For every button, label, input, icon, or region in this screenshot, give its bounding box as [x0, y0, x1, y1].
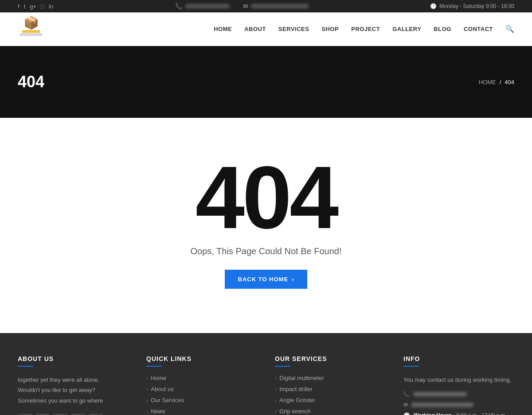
footer-phone-row: 📞 — [403, 391, 514, 397]
footer-email-icon: ✉ — [403, 402, 408, 408]
footer-service-impact[interactable]: Impact driller — [275, 386, 386, 392]
twitter-icon[interactable]: t — [24, 3, 26, 10]
nav-shop[interactable]: SHOP — [321, 26, 339, 32]
footer-about-text: together yet they were all alone. Wouldn… — [18, 375, 129, 406]
breadcrumb-home[interactable]: HOME — [479, 79, 496, 85]
hero-banner: 404 HOME / 404 — [0, 46, 532, 118]
back-btn-label: BACK TO HOME — [238, 276, 289, 283]
breadcrumb: HOME / 404 — [479, 79, 514, 85]
facebook-icon[interactable]: f — [18, 3, 20, 10]
working-hours: Monday - Saturday 9:00 - 18:00 — [439, 3, 514, 9]
nav-gallery[interactable]: GALLERY — [392, 26, 421, 32]
footer-phone-icon: 📞 — [403, 391, 410, 397]
error-number: 404 — [18, 153, 514, 242]
footer-hours-label: Working Hours — [414, 412, 452, 415]
footer-clock-icon: 🕐 — [403, 412, 410, 415]
hero-title: 404 — [18, 73, 44, 91]
footer-link-home[interactable]: Home — [146, 375, 257, 381]
search-icon[interactable]: 🔍 — [505, 25, 514, 33]
top-bar: f t g+ □ in 📞 ✉ 🕐 Monday - Saturday 9:00… — [0, 0, 532, 12]
footer-link-about[interactable]: About us — [146, 386, 257, 392]
clock-icon: 🕐 — [430, 3, 437, 9]
footer-info-title: INFO — [403, 355, 514, 362]
breadcrumb-separator: / — [500, 79, 501, 85]
phone-number-blurred — [185, 4, 230, 8]
footer-hours-row: 🕐 Working Hours : 8:00 a.m - 17:00 a.m — [403, 412, 514, 415]
footer-about-title: ABOUT US — [18, 355, 129, 362]
nav-project[interactable]: PROJECT — [351, 26, 380, 32]
footer-email-row: ✉ — [403, 402, 514, 408]
email-icon: ✉ — [243, 3, 248, 10]
footer-hours-value: : 8:00 a.m - 17:00 a.m — [453, 412, 505, 415]
breadcrumb-current: 404 — [505, 79, 514, 85]
footer-services: OUR SERVICES Digital multimeter Impact d… — [275, 355, 386, 415]
email-address-blurred — [251, 4, 309, 8]
footer-quick-links: QUICK LINKS Home About us Our Services N… — [146, 355, 257, 415]
email-info: ✉ — [243, 3, 309, 10]
nav-services[interactable]: SERVICES — [278, 26, 309, 32]
contact-info: 📞 ✉ — [175, 3, 309, 10]
main-nav: HOME ABOUT SERVICES SHOP PROJECT GALLERY… — [214, 25, 514, 33]
logo-image: 📦 — [18, 17, 44, 41]
camera-icon[interactable]: □ — [41, 3, 44, 10]
footer-quick-links-title: QUICK LINKS — [146, 355, 257, 362]
social-icons[interactable]: f t g+ □ in — [18, 3, 53, 10]
hours-info: 🕐 Monday - Saturday 9:00 - 18:00 — [430, 3, 514, 9]
footer-service-angle[interactable]: Angle Grinder — [275, 397, 386, 403]
nav-home[interactable]: HOME — [214, 26, 232, 32]
footer-grid: ABOUT US together yet they were all alon… — [18, 355, 514, 415]
footer-services-underline — [275, 366, 290, 367]
linkedin-icon[interactable]: in — [49, 3, 53, 10]
footer-links-underline — [146, 366, 162, 367]
footer-about: ABOUT US together yet they were all alon… — [18, 355, 129, 415]
logo[interactable]: 📦 — [18, 17, 44, 41]
google-plus-icon[interactable]: g+ — [30, 3, 36, 10]
phone-icon: 📞 — [175, 3, 183, 10]
nav-about[interactable]: ABOUT — [244, 26, 266, 32]
back-btn-arrow: › — [292, 276, 294, 283]
footer: ABOUT US together yet they were all alon… — [0, 333, 532, 415]
footer-services-title: OUR SERVICES — [275, 355, 386, 362]
footer-links-list: Home About us Our Services News Contact … — [146, 375, 257, 415]
footer-services-list: Digital multimeter Impact driller Angle … — [275, 375, 386, 415]
phone-info: 📞 — [175, 3, 230, 10]
nav-blog[interactable]: BLOG — [434, 26, 451, 32]
main-content: 404 Oops, This Page Could Not Be Found! … — [0, 118, 532, 333]
footer-info-text: You may contact us during working timing… — [403, 375, 514, 385]
back-to-home-button[interactable]: BACK TO HOME › — [225, 270, 308, 289]
error-message: Oops, This Page Could Not Be Found! — [18, 246, 514, 256]
footer-link-services[interactable]: Our Services — [146, 397, 257, 403]
footer-email-blurred — [411, 403, 473, 407]
footer-info: INFO You may contact us during working t… — [403, 355, 514, 415]
footer-phone-blurred — [414, 392, 467, 396]
footer-about-underline — [18, 366, 33, 367]
nav-contact[interactable]: CONTACT — [464, 26, 493, 32]
header: 📦 HOME ABOUT SERVICES SHOP PROJECT GALLE… — [0, 12, 532, 46]
footer-link-news[interactable]: News — [146, 408, 257, 415]
footer-info-underline — [403, 366, 419, 367]
footer-service-grip[interactable]: Grip wrench — [275, 408, 386, 415]
footer-service-digital[interactable]: Digital multimeter — [275, 375, 386, 381]
